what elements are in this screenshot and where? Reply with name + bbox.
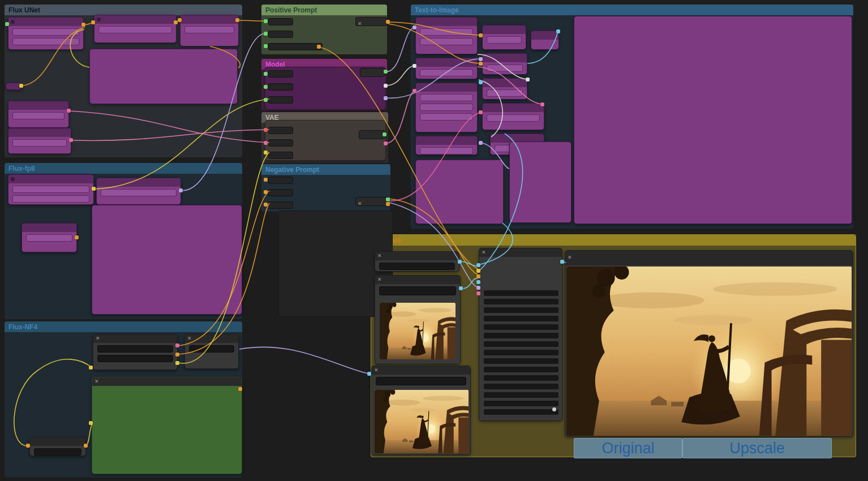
socket[interactable] — [264, 19, 268, 23]
node-titlebar[interactable] — [22, 224, 76, 232]
socket[interactable] — [412, 89, 416, 93]
node-widget[interactable] — [379, 286, 456, 295]
collapse-icon[interactable]: ✕ — [94, 378, 99, 385]
node-titlebar[interactable]: ✕ — [372, 366, 470, 375]
socket[interactable] — [384, 70, 388, 74]
workflow-node[interactable] — [482, 78, 527, 100]
collapse-icon[interactable]: ✕ — [377, 276, 382, 284]
workflow-node[interactable] — [89, 49, 238, 104]
group-header[interactable]: Flux UNet — [5, 5, 242, 15]
socket[interactable] — [476, 280, 480, 284]
node-widget[interactable] — [487, 89, 523, 97]
socket[interactable] — [235, 18, 239, 22]
node-titlebar[interactable] — [416, 58, 477, 67]
socket[interactable] — [479, 33, 483, 37]
node-widget[interactable] — [420, 94, 473, 101]
group-header[interactable]: Upscale — [371, 235, 856, 246]
socket[interactable] — [556, 29, 560, 33]
node-widget[interactable] — [12, 112, 65, 119]
socket[interactable] — [479, 141, 483, 145]
socket[interactable] — [540, 102, 544, 106]
list-item[interactable] — [484, 384, 558, 389]
workflow-node[interactable] — [415, 17, 478, 54]
original-button[interactable]: Original — [574, 438, 682, 458]
workflow-node[interactable]: ✕ — [92, 377, 242, 474]
workflow-node[interactable] — [22, 223, 77, 252]
list-item[interactable] — [484, 392, 558, 398]
node-titlebar[interactable] — [416, 83, 477, 92]
image-result-node[interactable]: ✕ — [565, 250, 853, 437]
node-titlebar[interactable] — [483, 79, 527, 87]
socket[interactable] — [384, 96, 388, 100]
node-titlebar[interactable] — [30, 437, 85, 446]
node-titlebar[interactable]: ✕ — [93, 334, 177, 343]
list-item[interactable] — [484, 401, 558, 406]
workflow-node[interactable] — [94, 15, 177, 43]
socket[interactable] — [89, 366, 93, 370]
node-titlebar[interactable]: ✕ — [92, 377, 242, 386]
node-widget[interactable] — [97, 355, 173, 362]
list-item[interactable] — [484, 316, 558, 321]
collapse-icon[interactable]: ✕ — [187, 335, 192, 342]
workflow-node[interactable] — [180, 15, 239, 46]
workflow-node[interactable] — [415, 160, 504, 224]
node-widget[interactable] — [98, 26, 172, 33]
collapse-box-icon[interactable] — [11, 20, 15, 24]
node-widget[interactable] — [26, 234, 72, 242]
socket[interactable] — [264, 151, 268, 154]
list-item[interactable] — [484, 375, 558, 381]
node-widget[interactable] — [420, 28, 473, 36]
socket[interactable] — [84, 444, 88, 448]
node-titlebar[interactable] — [94, 15, 176, 24]
workflow-node[interactable] — [482, 25, 526, 50]
list-item[interactable] — [484, 358, 558, 364]
socket[interactable] — [174, 20, 178, 24]
socket[interactable] — [69, 138, 73, 142]
workflow-node[interactable] — [29, 437, 86, 456]
node-titlebar[interactable]: ✕ — [375, 276, 460, 284]
workflow-node[interactable] — [8, 128, 71, 154]
collapse-icon[interactable]: ✕ — [482, 249, 486, 256]
workflow-node[interactable]: ✕ — [371, 366, 471, 455]
socket[interactable] — [81, 23, 85, 27]
list-item[interactable] — [484, 307, 558, 313]
socket[interactable] — [386, 20, 390, 24]
workflow-node[interactable] — [415, 58, 478, 79]
collapse-icon[interactable]: ✕ — [358, 201, 362, 207]
socket[interactable] — [476, 269, 480, 273]
node-titlebar[interactable] — [531, 31, 558, 40]
node-widget[interactable] — [12, 139, 67, 147]
socket[interactable] — [383, 132, 386, 136]
socket[interactable] — [412, 64, 416, 68]
socket[interactable] — [458, 260, 462, 264]
node-widget[interactable] — [487, 114, 540, 122]
collapse-box-icon[interactable] — [97, 18, 101, 22]
node-titlebar[interactable]: ✕ — [479, 248, 562, 257]
socket[interactable] — [75, 235, 79, 239]
socket[interactable] — [476, 274, 480, 278]
node-widget[interactable] — [12, 186, 89, 193]
socket[interactable] — [89, 421, 93, 425]
node-widget[interactable] — [268, 43, 323, 50]
node-widget[interactable] — [420, 113, 473, 121]
node-widget[interactable] — [12, 38, 79, 45]
socket[interactable] — [264, 190, 268, 194]
collapse-icon[interactable]: ✕ — [96, 335, 100, 342]
node-widget[interactable] — [189, 345, 234, 353]
node-widget[interactable] — [184, 26, 234, 33]
socket[interactable] — [264, 32, 268, 36]
upscale-button[interactable]: Upscale — [682, 438, 832, 458]
node-widget[interactable] — [420, 147, 473, 154]
node-graph-canvas[interactable]: Flux UNet Flux-fp8 Flux-NF4 Positive Pro… — [0, 0, 868, 481]
node-titlebar[interactable] — [483, 54, 527, 62]
node-widget[interactable] — [376, 377, 466, 385]
socket[interactable] — [317, 45, 321, 49]
socket[interactable] — [67, 109, 71, 113]
node-widget[interactable] — [268, 83, 293, 91]
workflow-node[interactable] — [96, 178, 181, 205]
node-titlebar[interactable]: ✕ — [565, 251, 853, 265]
socket[interactable] — [560, 260, 564, 264]
socket[interactable] — [19, 84, 23, 88]
node-titlebar[interactable]: ✕ — [185, 334, 238, 343]
group-header[interactable]: Flux-NF4 — [5, 321, 242, 332]
